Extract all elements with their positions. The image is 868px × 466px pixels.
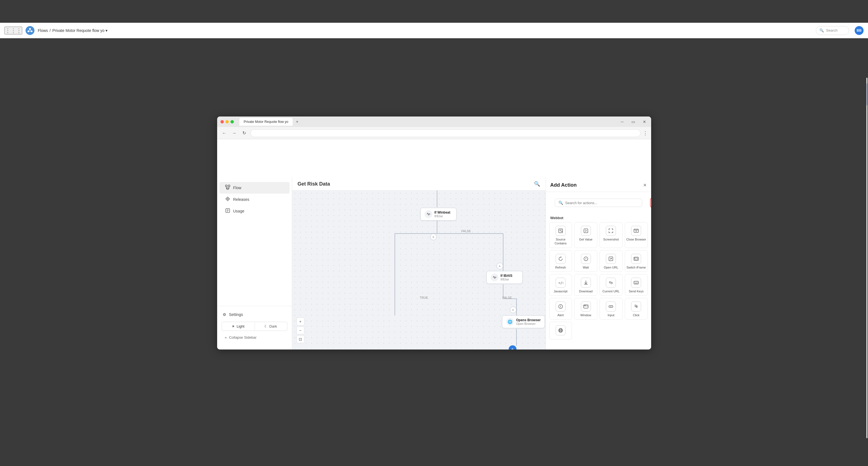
back-button[interactable]: ← [220,129,228,137]
action-open-url[interactable]: Open URL [599,250,623,272]
svg-text:</>: </> [558,281,563,285]
browser-sub: Open Browser [516,322,541,325]
flow-node-winbeat[interactable]: If Winbeat If/Else [421,208,457,221]
action-switch-iframe[interactable]: Switch iFrame [625,250,648,272]
switch-iframe-icon [631,254,641,264]
add-node-button-filled[interactable]: + [509,345,517,350]
zoom-in-button[interactable]: + [297,318,304,325]
dark-theme-button[interactable]: ☾ Dark [254,322,287,331]
title-bar: Private Motor Requote flow yo + ─ ▭ ✕ [217,116,651,127]
action-current-url-label: Current URL [602,289,620,293]
window-minimize-button[interactable]: ─ [619,119,625,125]
fit-screen-button[interactable]: ⊡ [297,335,304,343]
action-download-label: Download [579,289,593,293]
ibais-info: If IBAIS If/Else [501,274,513,281]
action-send-keys[interactable]: Send Keys [625,274,648,296]
panel-search-icon: 🔍 [558,201,563,205]
sidebar-item-releases[interactable]: Releases [219,194,289,205]
minimize-window-button[interactable] [225,120,229,124]
action-globe[interactable] [549,322,572,339]
collapse-sidebar-button[interactable]: « Collapse Sidebar [219,333,289,342]
settings-label: Settings [229,312,243,317]
sidebar-item-usage[interactable]: Usage [219,205,289,217]
svg-line-61 [634,306,635,307]
winbeat-title: If Winbeat [435,210,451,214]
screenshot-icon [606,226,616,236]
address-bar[interactable] [250,129,641,137]
maximize-window-button[interactable] [230,120,234,124]
panel-close-button[interactable]: × [643,182,647,188]
click-icon [631,301,641,311]
flow-node-browser[interactable]: 🌐 Opens Browser Open Browser [502,315,545,328]
action-alert[interactable]: Alert [549,298,572,320]
browser-tabs: Private Motor Requote flow yo + [239,118,301,126]
svg-point-52 [560,307,561,308]
clipboard-button[interactable]: 📋 [650,198,651,208]
canvas-header: Get Risk Data 🔍 [292,177,546,191]
window-restore-button[interactable]: ▭ [630,119,637,125]
action-input[interactable]: Input [599,298,623,320]
action-wait[interactable]: Wait [574,250,597,272]
action-input-label: Input [608,313,614,317]
svg-rect-45 [634,281,639,284]
flow-canvas[interactable]: + FALSE If Winbeat If/Else [292,191,546,349]
add-node-button-ibais-false[interactable]: + [510,306,517,313]
canvas-controls: + − ⊡ [297,318,304,343]
actions-grid: Source Contains Get Value [549,222,648,339]
browser-tab[interactable]: Private Motor Requote flow yo [239,118,293,126]
forward-button[interactable]: → [230,129,238,137]
sidebar-item-usage-label: Usage [233,209,244,213]
action-current-url[interactable]: Current URL [599,274,623,296]
panel-header: Add Action × [546,177,651,192]
false-label-1: FALSE [462,229,471,233]
action-javascript[interactable]: </> Javascript [549,274,572,296]
settings-item[interactable]: ⚙ Settings [219,309,289,320]
browser-node-icon: 🌐 [506,318,514,326]
action-send-keys-label: Send Keys [629,289,644,293]
panel-search: 🔍 [555,199,642,207]
download-icon [581,278,591,288]
winbeat-icon [425,210,432,218]
light-label: Light [237,324,244,328]
browser-menu-button[interactable]: ⋮ [643,130,648,136]
panel-search-input[interactable] [565,201,639,205]
svg-point-13 [227,198,228,199]
browser-info: Opens Browser Open Browser [516,318,541,325]
sidebar-item-flow[interactable]: Flow [219,182,289,194]
add-node-button-middle[interactable]: + [496,263,503,269]
flow-node-ibais[interactable]: If IBAIS If/Else [487,271,523,284]
new-tab-button[interactable]: + [294,119,301,125]
add-node-button-top[interactable]: + [430,234,437,240]
canvas-search-button[interactable]: 🔍 [534,181,540,187]
reload-button[interactable]: ↻ [241,129,248,137]
action-close-browser[interactable]: Close Browser [625,222,648,248]
tab-label: Private Motor Requote flow yo [244,120,288,124]
action-switch-iframe-label: Switch iFrame [626,265,646,269]
globe-icon [556,325,566,335]
window-close-button[interactable]: ✕ [641,119,648,125]
releases-icon [225,196,230,202]
panel-title: Add Action [550,182,577,188]
action-source-contains[interactable]: Source Contains [549,222,572,248]
light-theme-button[interactable]: ☀ Light [222,322,255,331]
flow-icon [225,185,230,191]
action-click[interactable]: Click [625,298,648,320]
action-get-value[interactable]: Get Value [574,222,597,248]
browser-title: Opens Browser [516,318,541,322]
action-refresh[interactable]: Refresh [549,250,572,272]
zoom-out-button[interactable]: − [297,327,304,334]
section-label-webbot: Webbot [549,213,648,222]
alert-icon [556,301,566,311]
winbeat-info: If Winbeat If/Else [435,210,451,218]
javascript-icon: </> [556,278,566,288]
action-download[interactable]: Download [574,274,597,296]
action-window[interactable]: Window [574,298,597,320]
sidebar: Flow Releases [217,177,292,350]
action-screenshot[interactable]: Screenshot [599,222,623,248]
refresh-icon [556,254,566,264]
svg-rect-41 [635,258,638,260]
wait-icon [581,254,591,264]
action-source-contains-label: Source Contains [551,237,571,245]
close-window-button[interactable] [220,120,224,124]
get-value-icon [581,226,591,236]
